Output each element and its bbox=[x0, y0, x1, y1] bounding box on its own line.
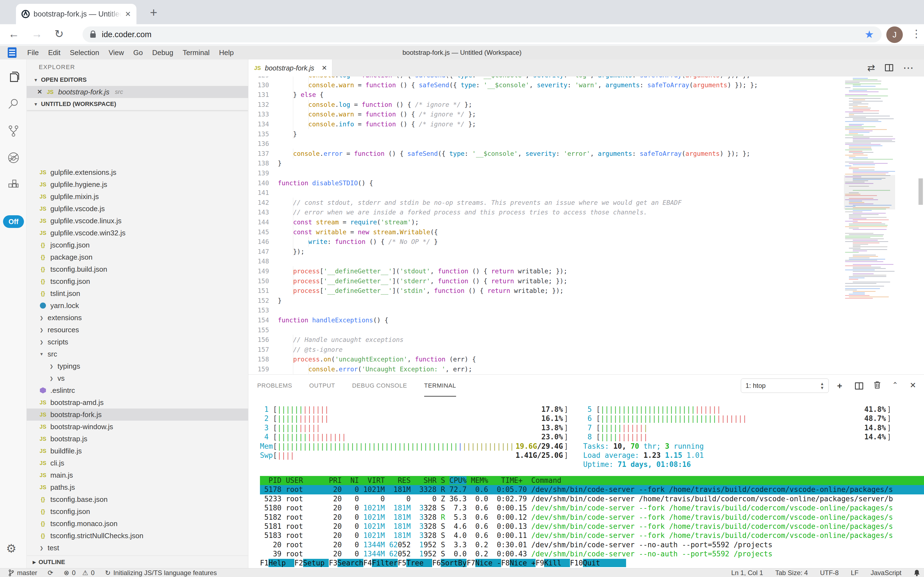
menu-debug[interactable]: Debug bbox=[148, 48, 178, 57]
close-editor-tab-icon[interactable]: ✕ bbox=[321, 64, 327, 72]
tree-item-tsconfig.json[interactable]: {}tsconfig.json bbox=[27, 275, 248, 287]
language-mode-item[interactable]: JavaScript bbox=[871, 569, 902, 577]
eol-item[interactable]: LF bbox=[851, 569, 858, 577]
process-row[interactable]: 5233 root 20 0 0 0 0 Z 36.3 0.0 0:02.79 … bbox=[260, 495, 924, 503]
menu-file[interactable]: File bbox=[22, 48, 43, 57]
tree-item-buildfile.js[interactable]: JSbuildfile.js bbox=[27, 445, 248, 457]
terminal-select[interactable]: 1: htop ▲▼ bbox=[741, 379, 829, 393]
process-row[interactable]: 39 root 20 0 1344M 62052 1952 S 0.0 0.2 … bbox=[260, 550, 924, 559]
tree-item-bootstrap-fork.js[interactable]: JSbootstrap-fork.js bbox=[27, 409, 248, 421]
menu-edit[interactable]: Edit bbox=[43, 48, 65, 57]
extensions-icon[interactable] bbox=[6, 178, 20, 192]
avatar[interactable]: J bbox=[886, 26, 903, 43]
tree-item-gulpfile.vscode.win32.js[interactable]: JSgulpfile.vscode.win32.js bbox=[27, 227, 248, 239]
tree-item-tsconfig.strictNullChecks.json[interactable]: {}tsconfig.strictNullChecks.json bbox=[27, 530, 248, 542]
debug-disabled-icon[interactable] bbox=[6, 151, 20, 164]
workspace-header[interactable]: ▾ UNTITLED (WORKSPACE) bbox=[27, 98, 248, 110]
maximize-panel-icon[interactable]: ⌃ bbox=[892, 381, 898, 389]
tree-item-bootstrap.js[interactable]: JSbootstrap.js bbox=[27, 433, 248, 445]
open-editor-item[interactable]: ✕ JS bootstrap-fork.js src bbox=[27, 86, 248, 98]
tree-item-test[interactable]: ❯test bbox=[27, 542, 248, 554]
tree-item-jsconfig.json[interactable]: {}jsconfig.json bbox=[27, 239, 248, 251]
tab-size-item[interactable]: Tab Size: 4 bbox=[775, 569, 808, 577]
open-editors-header[interactable]: ▾ OPEN EDITORS bbox=[27, 74, 248, 86]
tree-item-gulpfile.vscode.linux.js[interactable]: JSgulpfile.vscode.linux.js bbox=[27, 215, 248, 227]
git-branch-item[interactable]: master bbox=[8, 569, 37, 577]
cursor-position-item[interactable]: Ln 1, Col 1 bbox=[731, 569, 763, 577]
process-row[interactable]: 5178 root 20 0 1021M 181M 3328 R 72.7 0.… bbox=[260, 485, 924, 494]
tree-item-gulpfile.hygiene.js[interactable]: JSgulpfile.hygiene.js bbox=[27, 178, 248, 190]
process-table-header[interactable]: PID USER PRI NI VIRT RES SHR S CPU% MEM%… bbox=[260, 476, 924, 485]
process-row[interactable]: 5180 root 20 0 1021M 181M 3328 S 7.3 0.6… bbox=[260, 503, 924, 513]
editor-tab[interactable]: JS bootstrap-fork.js ✕ bbox=[248, 60, 332, 77]
tree-item-tsconfig.build.json[interactable]: {}tsconfig.build.json bbox=[27, 263, 248, 275]
close-editor-icon[interactable]: ✕ bbox=[37, 89, 42, 95]
editor-area[interactable]: JS bootstrap-fork.js ✕ ⇄ ⋯ 129console.lo… bbox=[248, 60, 924, 374]
menu-help[interactable]: Help bbox=[214, 48, 238, 57]
search-icon[interactable] bbox=[6, 97, 20, 111]
process-row[interactable]: 5182 root 20 0 1021M 181M 3328 R 5.3 0.6… bbox=[260, 513, 924, 522]
url-text[interactable]: ide.coder.com bbox=[102, 30, 858, 39]
outline-header[interactable]: ▸ OUTLINE bbox=[27, 556, 248, 568]
tree-item-bootstrap-window.js[interactable]: JSbootstrap-window.js bbox=[27, 421, 248, 433]
tree-item-gulpfile.vscode.js[interactable]: JSgulpfile.vscode.js bbox=[27, 203, 248, 215]
panel-tab-problems[interactable]: PROBLEMS bbox=[257, 375, 292, 397]
tree-item-scripts[interactable]: ❯scripts bbox=[27, 336, 248, 348]
tree-item-src[interactable]: ▾src bbox=[27, 348, 248, 360]
toggle-changes-icon[interactable]: ⇄ bbox=[867, 62, 875, 73]
menu-go[interactable]: Go bbox=[129, 48, 148, 57]
settings-gear-icon[interactable]: ⚙ bbox=[6, 542, 16, 555]
tree-item-extensions[interactable]: ❯extensions bbox=[27, 312, 248, 324]
close-tab-icon[interactable]: ✕ bbox=[125, 10, 131, 18]
reload-icon[interactable]: ↻ bbox=[55, 27, 64, 40]
bookmark-star-icon[interactable]: ★ bbox=[865, 28, 874, 40]
tree-item-tsconfig.monaco.json[interactable]: {}tsconfig.monaco.json bbox=[27, 517, 248, 530]
app-logo-icon[interactable] bbox=[8, 47, 16, 58]
tree-item-gulpfile.extensions.js[interactable]: JSgulpfile.extensions.js bbox=[27, 169, 248, 178]
problems-item[interactable]: ⊗0 ⚠0 bbox=[64, 569, 94, 577]
sync-item[interactable]: ⟳ bbox=[48, 569, 53, 577]
browser-menu-icon[interactable]: ⋮ bbox=[911, 27, 922, 40]
url-bar[interactable]: ide.coder.com ★ bbox=[82, 26, 882, 42]
tree-item-tsconfig.json[interactable]: {}tsconfig.json bbox=[27, 505, 248, 517]
menu-view[interactable]: View bbox=[104, 48, 129, 57]
panel-tab-output[interactable]: OUTPUT bbox=[309, 375, 335, 397]
close-panel-icon[interactable]: ✕ bbox=[910, 381, 916, 390]
process-row[interactable]: 5183 root 20 0 1021M 181M 3328 S 4.0 0.6… bbox=[260, 531, 924, 540]
tree-item-yarn.lock[interactable]: yarn.lock bbox=[27, 300, 248, 312]
editor-more-actions-icon[interactable]: ⋯ bbox=[903, 62, 914, 74]
split-terminal-icon[interactable] bbox=[855, 382, 863, 390]
tree-item-paths.js[interactable]: JSpaths.js bbox=[27, 481, 248, 493]
panel-tab-debug-console[interactable]: DEBUG CONSOLE bbox=[352, 375, 407, 397]
kill-terminal-trash-icon[interactable] bbox=[873, 381, 881, 391]
source-control-icon[interactable] bbox=[6, 124, 20, 138]
menu-terminal[interactable]: Terminal bbox=[178, 48, 214, 57]
tree-item-tslint.json[interactable]: {}tslint.json bbox=[27, 287, 248, 300]
minimap-slider[interactable] bbox=[844, 175, 895, 210]
new-terminal-icon[interactable]: + bbox=[837, 381, 842, 391]
tree-item-cli.js[interactable]: JScli.js bbox=[27, 457, 248, 469]
new-tab-button[interactable]: + bbox=[150, 5, 157, 20]
tree-item-vs[interactable]: ❯vs bbox=[27, 372, 248, 384]
language-status-item[interactable]: ↻ Initializing JS/TS language features bbox=[105, 569, 217, 577]
encoding-item[interactable]: UTF-8 bbox=[820, 569, 839, 577]
forward-icon[interactable]: → bbox=[31, 28, 42, 40]
tree-item-package.json[interactable]: {}package.json bbox=[27, 251, 248, 263]
notifications-bell-icon[interactable] bbox=[914, 569, 920, 577]
split-editor-icon[interactable] bbox=[885, 64, 893, 71]
tree-item-tsconfig.base.json[interactable]: {}tsconfig.base.json bbox=[27, 493, 248, 505]
process-row[interactable]: 5181 root 20 0 1021M 181M 3328 S 4.6 0.6… bbox=[260, 522, 924, 531]
tree-item-main.js[interactable]: JSmain.js bbox=[27, 469, 248, 481]
explorer-icon[interactable] bbox=[6, 70, 20, 84]
back-icon[interactable]: ← bbox=[8, 28, 19, 40]
tree-item-.eslintrc[interactable]: .eslintrc bbox=[27, 384, 248, 396]
editor-scrollbar-thumb[interactable] bbox=[919, 178, 923, 205]
tree-item-typings[interactable]: ❯typings bbox=[27, 360, 248, 372]
browser-tab[interactable]: bootstrap-fork.js — Untitled (W ✕ bbox=[16, 4, 137, 24]
menu-selection[interactable]: Selection bbox=[65, 48, 104, 57]
code-viewport[interactable]: 129console.log = function () { safeSend(… bbox=[248, 77, 842, 374]
tree-item-resources[interactable]: ❯resources bbox=[27, 324, 248, 336]
panel-tab-terminal[interactable]: TERMINAL bbox=[424, 375, 456, 397]
process-row[interactable]: 20 root 20 0 1344M 62052 1952 S 3.3 0.2 … bbox=[260, 540, 924, 550]
tree-item-gulpfile.mixin.js[interactable]: JSgulpfile.mixin.js bbox=[27, 190, 248, 203]
